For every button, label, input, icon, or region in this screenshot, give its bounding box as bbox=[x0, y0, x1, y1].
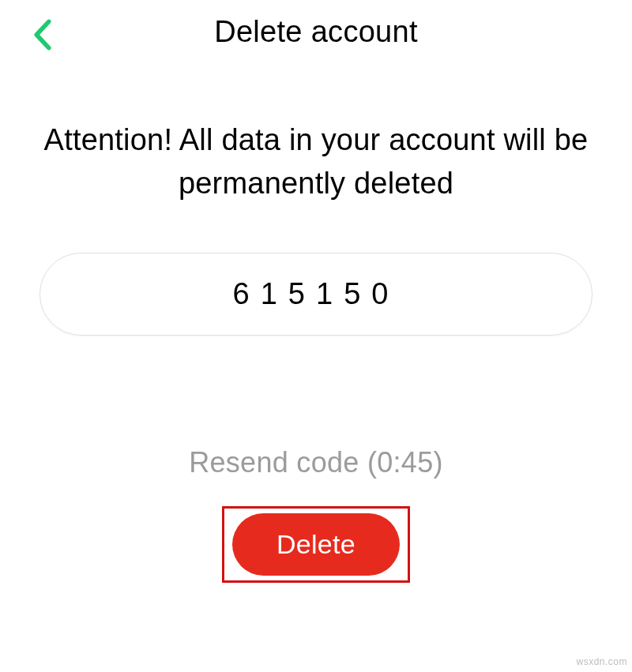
delete-button[interactable]: Delete bbox=[232, 513, 400, 576]
resend-code-text: Resend code (0:45) bbox=[40, 446, 592, 479]
delete-button-highlight: Delete bbox=[222, 506, 410, 583]
page-title: Delete account bbox=[24, 15, 608, 49]
verification-code-value: 615150 bbox=[233, 277, 400, 311]
back-icon[interactable] bbox=[32, 19, 54, 51]
header: Delete account bbox=[0, 0, 632, 63]
verification-code-input[interactable]: 615150 bbox=[40, 253, 592, 336]
main-content: Attention! All data in your account will… bbox=[0, 118, 632, 583]
warning-text: Attention! All data in your account will… bbox=[40, 118, 592, 205]
watermark: wsxdn.com bbox=[576, 656, 627, 667]
